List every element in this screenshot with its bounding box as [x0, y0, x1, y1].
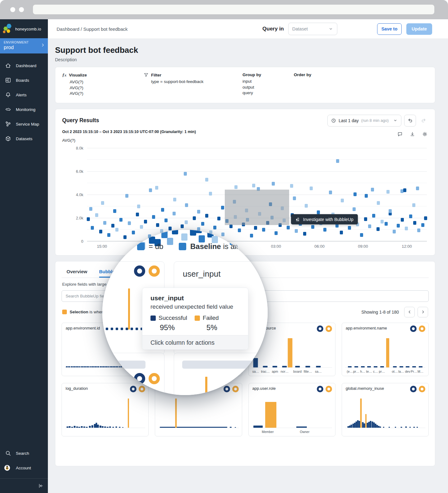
save-to-button[interactable]: Save to	[377, 23, 402, 35]
sidebar-item-account[interactable]: Account	[0, 461, 48, 475]
selection-toggle[interactable]	[232, 386, 239, 392]
data-point[interactable]	[323, 228, 326, 232]
selection-toggle[interactable]	[326, 325, 332, 332]
data-point[interactable]	[405, 227, 408, 230]
data-point[interactable]	[421, 223, 424, 227]
data-point[interactable]	[303, 232, 306, 236]
data-point[interactable]	[161, 208, 164, 212]
visualize-items[interactable]: AVG(?)AVG(?)AVG(?)	[70, 79, 144, 97]
window-dot[interactable]	[19, 7, 24, 12]
data-point[interactable]	[275, 231, 278, 235]
data-point[interactable]	[368, 224, 371, 228]
data-point[interactable]	[417, 228, 420, 232]
data-point[interactable]	[254, 226, 257, 230]
field-card-chart[interactable]	[158, 398, 238, 428]
field-card-chart[interactable]	[345, 398, 425, 428]
data-point[interactable]	[111, 224, 114, 228]
data-point[interactable]	[412, 203, 415, 207]
data-point[interactable]	[353, 207, 356, 211]
data-point[interactable]	[221, 206, 224, 210]
selection-toggle[interactable]	[149, 265, 160, 277]
prev-page-button[interactable]	[404, 307, 415, 317]
data-point[interactable]	[99, 230, 102, 233]
data-point[interactable]	[381, 220, 384, 223]
data-point[interactable]	[365, 194, 368, 198]
data-point[interactable]	[311, 225, 314, 229]
data-point[interactable]	[310, 187, 313, 190]
data-point[interactable]	[262, 228, 265, 232]
gear-icon[interactable]	[422, 131, 427, 137]
data-point[interactable]	[197, 210, 200, 214]
data-point[interactable]	[209, 192, 212, 196]
filter-clause[interactable]: type = support-bot-feedback	[151, 79, 242, 85]
data-point[interactable]	[184, 172, 187, 176]
data-point[interactable]	[234, 185, 238, 189]
data-point[interactable]	[132, 231, 135, 234]
data-point[interactable]	[164, 219, 168, 222]
field-card-log-duration[interactable]: log_duration	[62, 383, 149, 436]
tab-overview[interactable]: Overview	[67, 269, 87, 278]
data-point[interactable]	[317, 210, 320, 214]
data-point[interactable]	[401, 218, 404, 222]
data-point[interactable]	[364, 217, 367, 221]
page-description[interactable]: Description	[55, 57, 435, 62]
data-point[interactable]	[413, 221, 416, 225]
data-point[interactable]	[128, 221, 131, 225]
data-point[interactable]	[144, 220, 147, 223]
update-button[interactable]: Update	[406, 23, 432, 35]
breadcrumb[interactable]: Dashboard / Support bot feedback	[57, 26, 128, 32]
selection-toggle[interactable]	[149, 373, 160, 384]
data-point[interactable]	[293, 196, 296, 200]
data-point[interactable]	[205, 214, 208, 218]
sidebar-item-boards[interactable]: Boards	[0, 73, 48, 88]
next-page-button[interactable]	[418, 307, 428, 317]
redo-query-button[interactable]	[419, 115, 428, 127]
data-point[interactable]	[250, 234, 253, 237]
data-point[interactable]	[123, 235, 127, 239]
field-card-app-environment-name[interactable]: app.environment.name(e…pr…h…te…c…pr…ot…l…	[342, 323, 429, 376]
data-point[interactable]	[103, 221, 106, 225]
comment-icon[interactable]	[397, 131, 403, 137]
selection-toggle[interactable]	[326, 386, 332, 392]
data-point[interactable]	[393, 230, 396, 233]
field-card-chart[interactable]	[345, 337, 425, 368]
data-point[interactable]	[89, 207, 92, 211]
data-point[interactable]	[371, 188, 374, 191]
data-point[interactable]	[95, 213, 98, 217]
data-point[interactable]	[113, 209, 116, 213]
data-point[interactable]	[160, 229, 163, 233]
data-point[interactable]	[272, 182, 275, 186]
investigate-bubbleup-tooltip[interactable]: Investigate with BubbleUp	[291, 214, 358, 224]
environment-switcher[interactable]: ENVIRONMENT prod	[0, 38, 48, 53]
sidebar-item-alerts[interactable]: Alerts	[0, 88, 48, 102]
data-point[interactable]	[91, 226, 94, 230]
data-point[interactable]	[221, 233, 224, 236]
data-point[interactable]	[185, 203, 188, 207]
data-point[interactable]	[403, 188, 406, 192]
data-point[interactable]	[360, 233, 363, 237]
data-point[interactable]	[238, 228, 241, 232]
data-point[interactable]	[340, 231, 343, 234]
data-point[interactable]	[201, 222, 204, 226]
filter-items[interactable]: type = support-bot-feedback	[151, 79, 242, 85]
group-by-clause[interactable]: input	[242, 79, 294, 85]
data-point[interactable]	[217, 217, 220, 220]
field-card-chart[interactable]	[252, 398, 332, 428]
field-card-chart[interactable]	[65, 398, 145, 428]
data-point[interactable]	[156, 223, 159, 227]
data-point[interactable]	[137, 205, 140, 208]
baseline-toggle[interactable]	[134, 265, 145, 277]
data-point[interactable]	[173, 198, 176, 201]
data-point[interactable]	[136, 213, 139, 216]
data-point[interactable]	[107, 233, 110, 237]
data-point[interactable]	[140, 225, 143, 229]
data-point[interactable]	[287, 226, 290, 229]
baseline-toggle[interactable]	[410, 386, 417, 392]
data-point[interactable]	[125, 194, 128, 198]
sidebar-item-datasets[interactable]: Datasets	[0, 131, 48, 146]
group-by-clause[interactable]: output	[242, 85, 294, 90]
data-point[interactable]	[213, 226, 216, 229]
undo-query-button[interactable]	[404, 115, 416, 127]
field-card-app-user-role[interactable]: app.user.roleMemberOwner	[248, 383, 335, 436]
download-icon[interactable]	[410, 131, 415, 137]
